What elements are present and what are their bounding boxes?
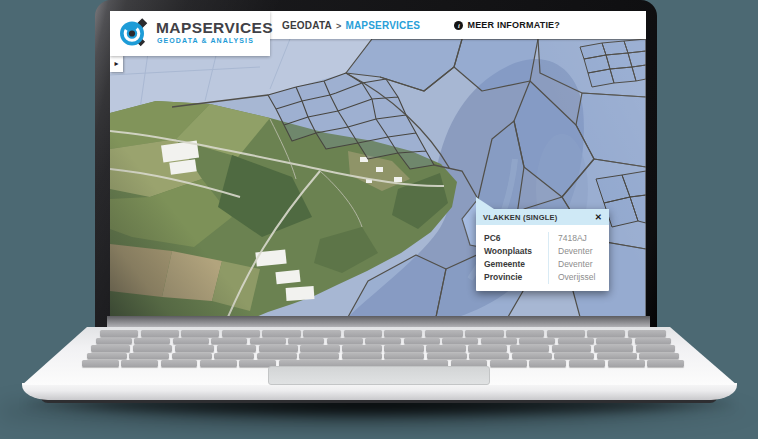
popup-title: VLAKKEN (SINGLE) <box>483 213 557 222</box>
popup-field-value: Deventer <box>558 245 609 258</box>
laptop-key <box>342 345 381 352</box>
laptop-key <box>384 345 423 352</box>
breadcrumb-root[interactable]: GEODATA <box>282 20 332 31</box>
page-background: GEODATA>MAPSERVICES i MEER INFORMATIE? M… <box>0 0 758 439</box>
laptop-key <box>647 360 684 367</box>
popup-header: VLAKKEN (SINGLE) ✕ <box>476 209 609 225</box>
laptop-key <box>365 338 401 345</box>
laptop-key <box>552 345 591 352</box>
laptop-key <box>259 345 298 352</box>
keyboard-row <box>100 330 666 337</box>
laptop-key <box>300 345 339 352</box>
laptop-key <box>490 360 527 367</box>
laptop-key <box>173 338 209 345</box>
laptop-key <box>404 338 440 345</box>
laptop-key <box>506 330 544 337</box>
laptop-key <box>519 338 555 345</box>
keyboard-row <box>96 338 671 345</box>
laptop-key <box>211 338 247 345</box>
laptop-key <box>181 330 219 337</box>
laptop-key <box>87 353 127 360</box>
laptop-key <box>468 345 507 352</box>
popup-field-label: Gemeente <box>484 258 548 271</box>
popup-labels-column: PC6 Woonplaats Gemeente Provincie <box>476 232 548 284</box>
more-info-link[interactable]: i MEER INFORMATIE? <box>454 11 560 39</box>
info-circle-icon: i <box>454 21 463 30</box>
laptop-key <box>344 330 382 337</box>
popup-body: PC6 Woonplaats Gemeente Provincie 7418AJ… <box>476 225 609 291</box>
popup-field-value: Overijssel <box>558 271 609 284</box>
laptop-key <box>161 360 198 367</box>
laptop-key <box>597 353 637 360</box>
chevron-right-icon: ▸ <box>114 59 118 68</box>
laptop-key <box>594 345 633 352</box>
laptop-lid: GEODATA>MAPSERVICES i MEER INFORMATIE? M… <box>95 0 657 329</box>
screen-content: GEODATA>MAPSERVICES i MEER INFORMATIE? M… <box>110 11 646 317</box>
laptop-key <box>134 338 170 345</box>
logo-subtitle: GEODATA & ANALYSIS <box>157 37 254 44</box>
laptop-key <box>384 353 424 360</box>
laptop-key <box>427 353 467 360</box>
close-icon[interactable]: ✕ <box>595 213 602 222</box>
laptop-key <box>129 353 169 360</box>
laptop-key <box>442 338 478 345</box>
laptop-key <box>133 345 172 352</box>
laptop-key <box>587 330 625 337</box>
laptop-key <box>481 338 517 345</box>
mapservices-globe-icon <box>119 18 150 49</box>
laptop-key <box>465 330 503 337</box>
laptop-key <box>384 330 422 337</box>
popup-field-value: Deventer <box>558 258 609 271</box>
keyboard-row <box>91 345 675 352</box>
laptop-key <box>554 353 594 360</box>
logo[interactable]: MAPSERVICES GEODATA & ANALYSIS <box>110 11 270 56</box>
sidebar-toggle-button[interactable]: ▸ <box>110 55 123 72</box>
laptop-key <box>175 345 214 352</box>
laptop-key <box>636 345 675 352</box>
more-info-label: MEER INFORMATIE? <box>467 20 560 30</box>
laptop-trackpad <box>268 366 490 385</box>
laptop-base-front <box>22 383 737 400</box>
laptop-key <box>288 338 324 345</box>
laptop-key <box>250 338 286 345</box>
laptop-key <box>121 360 158 367</box>
feature-info-popup: VLAKKEN (SINGLE) ✕ PC6 Woonplaats Gemeen… <box>476 209 609 291</box>
laptop-key <box>262 330 300 337</box>
laptop-key <box>172 353 212 360</box>
laptop-key <box>558 338 594 345</box>
laptop-key <box>91 345 130 352</box>
laptop-key <box>141 330 179 337</box>
laptop-key <box>82 360 119 367</box>
popup-values-column: 7418AJ Deventer Deventer Overijssel <box>548 232 609 284</box>
laptop-key <box>96 338 132 345</box>
laptop-key <box>529 360 566 367</box>
logo-title: MAPSERVICES <box>156 19 273 37</box>
laptop-key <box>596 338 632 345</box>
laptop-key <box>635 338 671 345</box>
laptop-key <box>569 360 606 367</box>
laptop-key <box>469 353 509 360</box>
laptop-key <box>200 360 237 367</box>
laptop-key <box>426 345 465 352</box>
laptop-key <box>425 330 463 337</box>
laptop-key <box>217 345 256 352</box>
laptop-key <box>327 338 363 345</box>
laptop-key <box>342 353 382 360</box>
popup-field-label: PC6 <box>484 232 548 245</box>
laptop-key <box>547 330 585 337</box>
laptop-key <box>257 353 297 360</box>
laptop-key <box>222 330 260 337</box>
laptop-key <box>639 353 679 360</box>
popup-field-label: Provincie <box>484 271 548 284</box>
breadcrumb-separator: > <box>336 21 341 31</box>
laptop-key <box>214 353 254 360</box>
laptop-key <box>512 353 552 360</box>
popup-field-label: Woonplaats <box>484 245 548 258</box>
laptop-key <box>100 330 138 337</box>
keyboard-row <box>87 353 680 360</box>
laptop-key <box>608 360 645 367</box>
laptop-key <box>299 353 339 360</box>
laptop-key <box>303 330 341 337</box>
laptop-key <box>510 345 549 352</box>
breadcrumb-current[interactable]: MAPSERVICES <box>345 20 420 31</box>
